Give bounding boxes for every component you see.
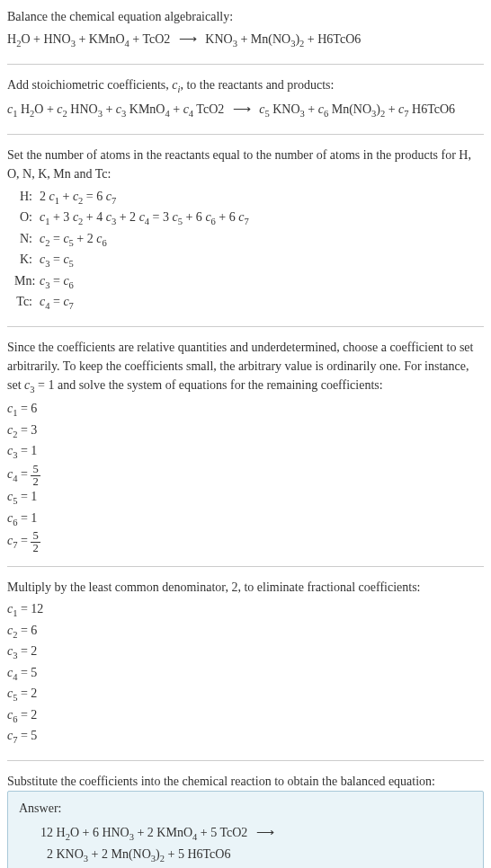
atom-row-mn: Mn: c3 = c6 (14, 271, 484, 293)
atom-label: O: (14, 208, 40, 229)
coeff-row: c6 = 1 (7, 509, 484, 529)
atom-eq: c4 = c7 (40, 292, 484, 314)
coeff-row: c5 = 2 (7, 685, 484, 704)
divider (7, 64, 484, 65)
answer-label: Answer: (19, 799, 472, 818)
atom-eq: c3 = c5 (40, 250, 484, 271)
divider (7, 134, 484, 135)
intro-equation: H2O + HNO3 + KMnO4 + TcO2 ⟶ KNO3 + Mn(NO… (7, 30, 484, 51)
coeff-row: c7 = 52 (7, 530, 484, 554)
divider (7, 566, 484, 567)
atom-label: N: (14, 229, 40, 251)
atom-eq: c1 + 3 c2 + 4 c3 + 2 c4 = 3 c5 + 6 c6 + … (40, 208, 484, 229)
atom-row-o: O: c1 + 3 c2 + 4 c3 + 2 c4 = 3 c5 + 6 c6… (14, 208, 484, 229)
coeff-row: c2 = 3 (7, 421, 484, 441)
section-atoms: Set the number of atoms in the reactants… (7, 146, 484, 314)
atom-label: Tc: (14, 292, 40, 314)
section-multiply: Multiply by the least common denominator… (7, 578, 484, 747)
coeff-row: c6 = 2 (7, 706, 484, 726)
atoms-table: H: 2 c1 + c2 = 6 c7 O: c1 + 3 c2 + 4 c3 … (14, 187, 484, 314)
coeff-row: c2 = 6 (7, 622, 484, 642)
coeff-row: c4 = 5 (7, 664, 484, 684)
substitute-title: Substitute the coefficients into the che… (7, 772, 484, 791)
coeff-row: c3 = 2 (7, 642, 484, 662)
atom-label: Mn: (14, 271, 40, 293)
atom-row-h: H: 2 c1 + c2 = 6 c7 (14, 187, 484, 208)
stoich-title: Add stoichiometric coefficients, ci, to … (7, 75, 484, 97)
atom-label: K: (14, 250, 40, 271)
coeff-row: c1 = 6 (7, 400, 484, 420)
divider (7, 760, 484, 761)
atom-eq: 2 c1 + c2 = 6 c7 (40, 187, 484, 208)
atoms-title: Set the number of atoms in the reactants… (7, 146, 484, 183)
atom-row-tc: Tc: c4 = c7 (14, 292, 484, 314)
atom-eq: c3 = c6 (40, 271, 484, 293)
section-solve: Since the coefficients are relative quan… (7, 338, 484, 554)
coeff-row: c5 = 1 (7, 488, 484, 508)
atom-eq: c2 = c5 + 2 c6 (40, 229, 484, 251)
coeff-row: c1 = 12 (7, 600, 484, 620)
atom-row-k: K: c3 = c5 (14, 250, 484, 271)
coeff-row: c4 = 52 (7, 464, 484, 487)
section-stoichiometric: Add stoichiometric coefficients, ci, to … (7, 75, 484, 121)
stoich-equation: c1 H2O + c2 HNO3 + c3 KMnO4 + c4 TcO2 ⟶ … (7, 100, 484, 121)
answer-equation: 12 H2O + 6 HNO3 + 2 KMnO4 + 5 TcO2 ⟶ 2 K… (40, 823, 472, 867)
solve-title: Since the coefficients are relative quan… (7, 338, 484, 397)
coeff-row: c7 = 5 (7, 727, 484, 747)
multiply-title: Multiply by the least common denominator… (7, 578, 484, 597)
coeff-list: c1 = 6 c2 = 3 c3 = 1 c4 = 52 c5 = 1 c6 =… (7, 400, 484, 554)
answer-box: Answer: 12 H2O + 6 HNO3 + 2 KMnO4 + 5 Tc… (7, 791, 484, 868)
section-balance-intro: Balance the chemical equation algebraica… (7, 7, 484, 51)
section-substitute: Substitute the coefficients into the che… (7, 772, 484, 868)
atom-label: H: (14, 187, 40, 208)
coeff-list-multiply: c1 = 12 c2 = 6 c3 = 2 c4 = 5 c5 = 2 c6 =… (7, 600, 484, 747)
divider (7, 326, 484, 327)
coeff-row: c3 = 1 (7, 442, 484, 462)
intro-title: Balance the chemical equation algebraica… (7, 7, 484, 26)
atom-row-n: N: c2 = c5 + 2 c6 (14, 229, 484, 251)
